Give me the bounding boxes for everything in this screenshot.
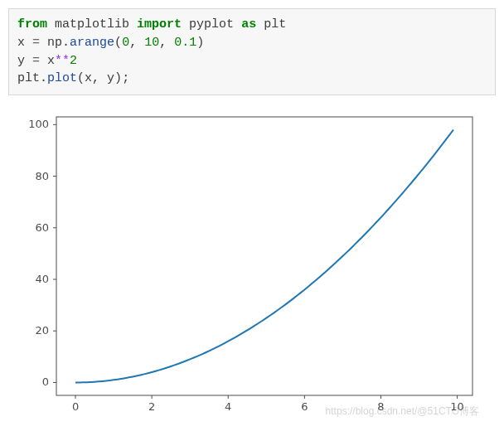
arg-x: x	[85, 71, 92, 85]
num-literal: 0.1	[174, 36, 196, 50]
xtick-label: 2	[148, 400, 155, 413]
num-literal: 0	[122, 36, 129, 50]
xtick-label: 4	[225, 400, 231, 413]
plot-output: 0204060801000246810 https://blog.csdn.ne…	[10, 107, 484, 420]
module-np: np	[47, 36, 62, 50]
num-literal: 2	[70, 54, 77, 68]
op-pow: **	[55, 54, 70, 68]
alias-plt: plt	[264, 17, 286, 31]
code-cell: from matplotlib import pyplot as plt x =…	[8, 8, 496, 95]
module-matplotlib: matplotlib	[55, 17, 129, 31]
ytick-label: 0	[42, 375, 49, 388]
xtick-label: 0	[72, 400, 79, 413]
keyword-import: import	[137, 17, 182, 31]
ytick-label: 20	[35, 324, 49, 337]
keyword-as: as	[241, 17, 256, 31]
var-x: x	[17, 36, 25, 50]
var-y: y	[17, 54, 25, 68]
op-assign: =	[32, 36, 40, 50]
op-assign: =	[32, 54, 40, 68]
plot-frame	[56, 117, 472, 395]
ytick-label: 100	[28, 118, 49, 130]
xtick-label: 8	[377, 400, 384, 413]
keyword-from: from	[17, 17, 47, 31]
num-literal: 10	[144, 36, 159, 50]
xtick-label: 10	[450, 400, 464, 413]
module-pyplot: pyplot	[189, 17, 234, 31]
var-x: x	[47, 54, 55, 68]
fn-plot: plot	[47, 71, 77, 85]
ytick-label: 80	[35, 170, 49, 182]
plot-svg: 0204060801000246810	[10, 107, 484, 420]
fn-arange: arange	[70, 36, 114, 50]
xtick-label: 6	[301, 400, 308, 413]
ytick-label: 60	[35, 221, 49, 234]
ytick-label: 40	[35, 273, 49, 285]
arg-y: y	[107, 71, 114, 85]
module-plt: plt	[17, 71, 40, 85]
series-line	[75, 130, 453, 383]
